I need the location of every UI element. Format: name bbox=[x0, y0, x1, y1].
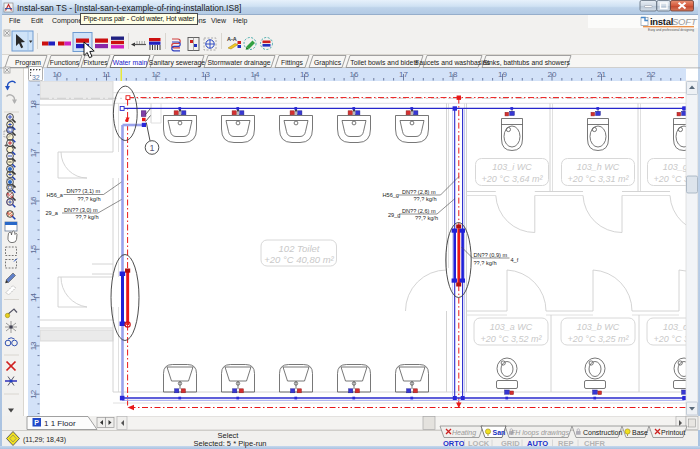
svg-text:+20 °C 3,31 m²: +20 °C 3,31 m² bbox=[568, 174, 630, 184]
svg-text:103_a WC: 103_a WC bbox=[490, 322, 533, 332]
svg-text:LOCK: LOCK bbox=[468, 439, 490, 448]
svg-text:Graphics: Graphics bbox=[314, 59, 342, 67]
svg-text:Fittings: Fittings bbox=[281, 59, 304, 67]
svg-text:32: 32 bbox=[32, 74, 40, 81]
svg-text:Toilet bowls and bidets: Toilet bowls and bidets bbox=[350, 59, 419, 66]
svg-text:??,? kg/h: ??,? kg/h bbox=[76, 214, 99, 220]
svg-text:Fixtures: Fixtures bbox=[83, 59, 108, 66]
svg-text:SOFT: SOFT bbox=[672, 16, 698, 27]
svg-text:(11,29; 18,43): (11,29; 18,43) bbox=[23, 436, 66, 444]
svg-text:??,? kg/h: ??,? kg/h bbox=[415, 215, 438, 221]
svg-text:Faucets and washbasins: Faucets and washbasins bbox=[415, 59, 490, 66]
svg-text:+20 °C 40,80 m²: +20 °C 40,80 m² bbox=[264, 254, 334, 265]
svg-text:San: San bbox=[493, 429, 506, 436]
svg-text:CHFR: CHFR bbox=[584, 439, 605, 448]
svg-text:FH loops drawings: FH loops drawings bbox=[511, 429, 569, 437]
svg-text:DN?? (2,6) m: DN?? (2,6) m bbox=[402, 208, 436, 214]
svg-text:Base: Base bbox=[632, 429, 648, 436]
svg-text:Heating: Heating bbox=[452, 429, 476, 437]
svg-text:DN?? (2,8) m: DN?? (2,8) m bbox=[402, 189, 436, 195]
svg-text:GRID: GRID bbox=[501, 439, 520, 448]
svg-text:29_a: 29_a bbox=[46, 210, 59, 216]
svg-text:103_b WC: 103_b WC bbox=[577, 322, 620, 332]
svg-text:REP: REP bbox=[558, 439, 573, 448]
svg-text:A-A: A-A bbox=[227, 36, 237, 42]
svg-text:??,? kg/h: ??,? kg/h bbox=[474, 260, 497, 266]
svg-text:1: 1 bbox=[149, 143, 154, 153]
svg-text:Selected: 5 * Pipe-run: Selected: 5 * Pipe-run bbox=[194, 439, 267, 448]
svg-text:1 1 Floor: 1 1 Floor bbox=[44, 419, 76, 428]
svg-text:Functions: Functions bbox=[50, 59, 80, 66]
svg-text:??,? kg/h: ??,? kg/h bbox=[78, 196, 101, 202]
svg-text:103_h WC: 103_h WC bbox=[577, 162, 620, 172]
svg-text:DN?? (0,9) m: DN?? (0,9) m bbox=[474, 252, 508, 258]
svg-text:102 Toilet: 102 Toilet bbox=[279, 243, 320, 254]
svg-text:+20 °C 3,52 m²: +20 °C 3,52 m² bbox=[481, 334, 543, 344]
svg-text:Easy and professional designin: Easy and professional designing bbox=[648, 28, 694, 32]
svg-text:Stormwater drainage: Stormwater drainage bbox=[207, 59, 270, 67]
svg-text:AUTO: AUTO bbox=[527, 439, 548, 448]
svg-text:103_i WC: 103_i WC bbox=[492, 162, 532, 172]
svg-text:Sanitary sewerage: Sanitary sewerage bbox=[149, 59, 206, 67]
svg-text:+20 °C 3,64 m²: +20 °C 3,64 m² bbox=[482, 174, 544, 184]
svg-text:??,? kg/h: ??,? kg/h bbox=[414, 196, 437, 202]
svg-text:instal: instal bbox=[650, 16, 673, 27]
svg-text:Printout: Printout bbox=[661, 429, 685, 436]
svg-text:DN?? (3,0) m: DN?? (3,0) m bbox=[64, 207, 98, 213]
svg-text:Construction: Construction bbox=[583, 429, 622, 436]
svg-text:+20 °C 3,25 m²: +20 °C 3,25 m² bbox=[568, 334, 630, 344]
svg-text:H56_g: H56_g bbox=[383, 192, 399, 198]
svg-text:Sinks, bathtubs and showers: Sinks, bathtubs and showers bbox=[483, 59, 571, 66]
svg-text:P: P bbox=[34, 419, 39, 426]
svg-text:H56_a: H56_a bbox=[47, 192, 64, 198]
svg-text:Program: Program bbox=[15, 59, 41, 67]
svg-text:Water main: Water main bbox=[113, 59, 148, 66]
svg-text:DN?? (3,1) m: DN?? (3,1) m bbox=[67, 188, 101, 194]
svg-text:4_f: 4_f bbox=[511, 257, 519, 263]
svg-text:29_g: 29_g bbox=[388, 212, 400, 218]
svg-text:ORTO: ORTO bbox=[443, 439, 465, 448]
